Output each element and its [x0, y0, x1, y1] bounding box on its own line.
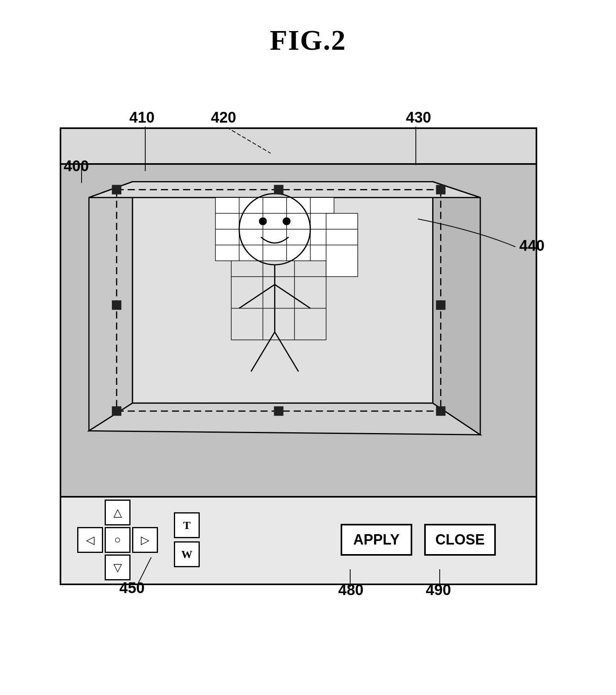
figure-title: FIG.2	[0, 0, 616, 57]
svg-rect-40	[274, 406, 283, 416]
controls-area: △ ◁ ○ ▷ ▽ T W APPLY	[61, 496, 536, 584]
apply-button[interactable]: APPLY	[341, 524, 412, 556]
svg-rect-39	[112, 406, 121, 416]
room-svg	[61, 165, 536, 499]
svg-rect-41	[436, 406, 446, 416]
outer-box-400: △ ◁ ○ ▷ ▽ T W APPLY	[60, 127, 537, 585]
svg-point-23	[259, 217, 267, 225]
svg-text:420: 420	[211, 109, 236, 126]
dpad-area: △ ◁ ○ ▷ ▽	[77, 500, 158, 580]
diagram-area: △ ◁ ○ ▷ ▽ T W APPLY	[60, 80, 557, 617]
svg-marker-2	[89, 403, 480, 435]
dpad-up-button[interactable]: △	[105, 500, 131, 525]
dpad-left-button[interactable]: ◁	[77, 527, 103, 553]
svg-rect-36	[436, 185, 446, 194]
svg-rect-37	[112, 301, 121, 310]
dpad-down-button[interactable]: ▽	[105, 554, 131, 580]
bottom-panel: △ ◁ ○ ▷ ▽ T W APPLY	[61, 496, 536, 584]
close-button[interactable]: CLOSE	[424, 524, 496, 556]
svg-text:410: 410	[129, 109, 154, 126]
svg-rect-38	[436, 301, 446, 310]
dpad-right-button[interactable]: ▷	[132, 527, 158, 553]
t-button[interactable]: T	[174, 512, 200, 538]
svg-text:430: 430	[406, 109, 431, 126]
svg-rect-35	[274, 185, 283, 194]
w-button[interactable]: W	[174, 541, 200, 567]
svg-point-24	[283, 217, 290, 225]
svg-rect-34	[112, 185, 121, 194]
action-buttons: APPLY CLOSE	[341, 524, 496, 556]
inner-display	[61, 165, 536, 499]
tw-buttons: T W	[174, 512, 200, 567]
top-panel	[61, 129, 536, 165]
dpad-center-button[interactable]: ○	[105, 527, 131, 553]
svg-marker-1	[89, 182, 133, 431]
